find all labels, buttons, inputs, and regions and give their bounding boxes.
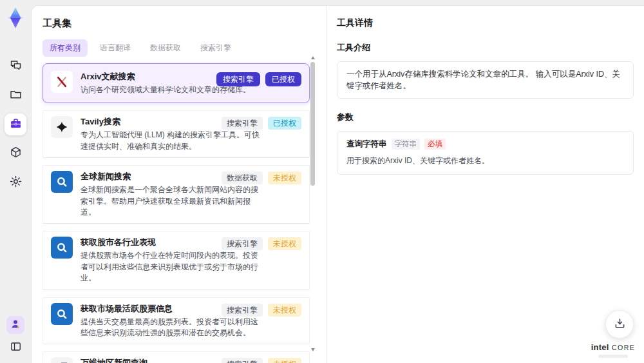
tool-description: 提供股票市场各个行业在特定时间段内的表现。投资者可以利用这些信息来识别表现优于或… — [80, 250, 263, 284]
sidebar-item-models[interactable] — [5, 142, 26, 164]
category-badge: 搜索引擎 — [222, 237, 263, 250]
tool-list-item[interactable]: Tavily搜索 专为人工智能代理 (LLM) 构建的搜索引擎工具。可快速提供实… — [43, 110, 310, 158]
region-news-icon — [51, 357, 73, 363]
params-heading: 参数 — [337, 112, 634, 123]
news-search-icon — [51, 171, 73, 193]
arxiv-icon — [51, 71, 73, 93]
auth-status-badge: 未授权 — [268, 237, 301, 250]
category-tabs: 所有类别语言翻译数据获取搜索引擎 — [43, 39, 309, 57]
auth-status-badge: 未授权 — [268, 358, 301, 363]
parameter-type: 字符串 — [392, 139, 421, 150]
tool-description: 专为人工智能代理 (LLM) 构建的搜索引擎工具。可快速提供实时、准确和真实的结… — [80, 130, 263, 152]
sidebar-item-settings[interactable] — [5, 172, 26, 193]
news-search-icon — [51, 303, 73, 325]
tools-list: Arxiv文献搜索 访问各个研究领域大量科学论文和文章的存储库。 搜索引擎 已授… — [43, 63, 310, 363]
intro-card: 一个用于从Arxiv存储库搜索科学论文和文章的工具。 输入可以是Arxiv ID… — [337, 61, 634, 99]
brand-intel-text: intel — [591, 342, 609, 352]
sidebar-bottom — [6, 316, 24, 357]
sidebar-item-tools[interactable] — [5, 113, 26, 135]
parameter-card: 查询字符串 字符串 必填 用于搜索的Arxiv ID、关键字或作者姓名。 — [337, 131, 634, 175]
tab-all[interactable]: 所有类别 — [43, 39, 88, 57]
sidebar-item-files[interactable] — [5, 84, 26, 106]
list-scrollbar[interactable] — [310, 56, 316, 351]
tool-description: 提供当天交易量最高的股票列表。投资者可以利用这些信息来识别流动性强的股票和潜在的… — [80, 317, 263, 339]
auth-status-badge: 未授权 — [268, 172, 301, 184]
sidebar-item-profile[interactable] — [6, 316, 24, 334]
category-badge: 数据获取 — [222, 172, 263, 184]
parameter-name: 查询字符串 — [346, 139, 387, 150]
auth-status-badge: 未授权 — [268, 304, 301, 317]
toolbox-icon — [9, 117, 23, 133]
download-button[interactable] — [605, 310, 634, 338]
tab-data[interactable]: 数据获取 — [143, 39, 188, 57]
sidebar-nav — [5, 55, 26, 193]
download-icon — [613, 317, 627, 333]
scrollbar-down-arrow[interactable] — [311, 348, 315, 351]
left-sidebar — [0, 0, 31, 363]
cube-icon — [9, 146, 23, 162]
parameter-description: 用于搜索的Arxiv ID、关键字或作者姓名。 — [346, 155, 624, 166]
params-list: 查询字符串 字符串 必填 用于搜索的Arxiv ID、关键字或作者姓名。 — [337, 131, 634, 175]
category-badge: 搜索引擎 — [222, 117, 263, 130]
avatar-icon — [10, 318, 21, 332]
folder-icon — [9, 88, 23, 104]
settings-icon — [9, 175, 23, 191]
tool-details-panel: 工具详情 工具介绍 一个用于从Arxiv存储库搜索科学论文和文章的工具。 输入可… — [326, 6, 644, 363]
chat-icon — [9, 59, 23, 75]
page-title: 工具集 — [43, 17, 309, 30]
tool-list-item[interactable]: 获取股市各行业表现 提供股票市场各个行业在特定时间段内的表现。投资者可以利用这些… — [43, 231, 310, 289]
tool-description: 全球新闻搜索是一个聚合全球各大新闻网站内容的搜索引擎。帮助用户快速获取全球最新资… — [80, 184, 263, 218]
scrollbar-thumb[interactable] — [310, 62, 315, 186]
brand-badge-bar — [598, 355, 628, 358]
parameter-required-badge: 必填 — [424, 139, 446, 150]
tool-list-item[interactable]: 万维地区新闻查询 查询具体行政区划内的新闻，快速了解各地新闻动 搜索引擎 未授权 — [43, 351, 310, 363]
brand-core-text: CORE — [612, 344, 635, 351]
details-title: 工具详情 — [337, 17, 634, 29]
intro-text: 一个用于从Arxiv存储库搜索科学论文和文章的工具。 输入可以是Arxiv ID… — [346, 68, 624, 92]
sidebar-item-chat[interactable] — [5, 55, 26, 77]
category-badge: 搜索引擎 — [216, 72, 260, 86]
app-logo — [6, 6, 25, 28]
panel-toggle-icon — [10, 340, 22, 355]
main-content-card: 工具集 所有类别语言翻译数据获取搜索引擎 Arxiv文献搜索 访问各个研究领域大… — [31, 5, 644, 363]
tool-list-item[interactable]: Arxiv文献搜索 访问各个研究领域大量科学论文和文章的存储库。 搜索引擎 已授… — [43, 63, 310, 103]
scrollbar-up-arrow[interactable] — [311, 56, 315, 59]
tool-list-item[interactable]: 获取市场最活跃股票信息 提供当天交易量最高的股票列表。投资者可以利用这些信息来识… — [43, 297, 310, 345]
auth-status-badge: 已授权 — [268, 117, 301, 130]
tools-panel: 工具集 所有类别语言翻译数据获取搜索引擎 Arxiv文献搜索 访问各个研究领域大… — [32, 6, 326, 363]
tool-list-item[interactable]: 全球新闻搜索 全球新闻搜索是一个聚合全球各大新闻网站内容的搜索引擎。帮助用户快速… — [43, 165, 310, 224]
intel-core-logo: intel CORE — [590, 341, 636, 358]
tab-search[interactable]: 搜索引擎 — [193, 39, 238, 57]
category-badge: 搜索引擎 — [222, 358, 263, 363]
tavily-icon — [51, 116, 73, 138]
auth-status-badge: 已授权 — [265, 72, 301, 86]
intro-heading: 工具介绍 — [337, 42, 634, 54]
sidebar-item-panel-toggle[interactable] — [6, 338, 24, 357]
news-search-icon — [51, 237, 73, 259]
category-badge: 搜索引擎 — [222, 304, 263, 317]
tab-translation[interactable]: 语言翻译 — [93, 39, 138, 57]
